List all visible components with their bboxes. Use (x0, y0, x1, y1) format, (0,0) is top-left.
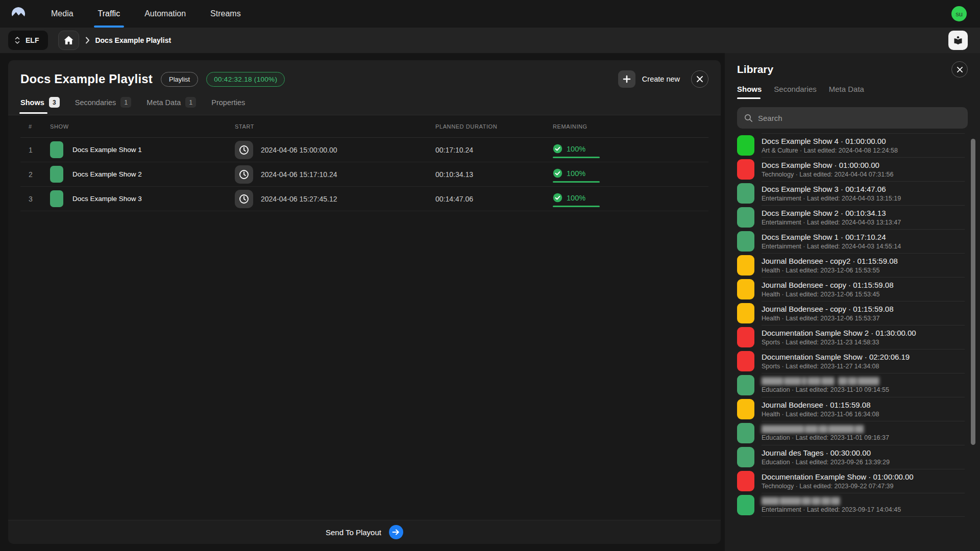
library-item[interactable]: Docs Example Show 3 · 00:14:47.06 Entert… (737, 181, 965, 205)
library-item[interactable]: Documentation Example Show · 01:00:00.00… (737, 469, 965, 493)
playlist-footer: Send To Playout (8, 520, 721, 544)
environment-selector[interactable]: ELF (8, 31, 48, 50)
chevron-right-icon (85, 37, 90, 44)
start-time: 2024-04-06 15:00:00.00 (261, 146, 337, 154)
table-row[interactable]: 1 Docs Example Show 1 2024-04-06 15:00:0… (20, 138, 708, 162)
clock-icon[interactable] (235, 141, 253, 159)
library-item[interactable]: █████ ████ █ ███ ███ · ██ ██ █████ Educa… (737, 373, 965, 397)
home-button[interactable] (58, 31, 79, 50)
start-time: 2024-04-06 15:17:10.24 (261, 170, 337, 179)
library-item[interactable]: ██████████ ███ ██ ██████ ██ Education · … (737, 421, 965, 445)
nav-menu: MediaTrafficAutomationStreams (39, 0, 253, 28)
show-color-swatch (737, 471, 754, 491)
send-to-playout-button[interactable] (389, 525, 403, 539)
row-number: 2 (20, 170, 43, 179)
table-header: #SHOWSTARTPLANNED DURATIONREMAINING (20, 115, 708, 138)
send-to-playout-label: Send To Playout (326, 528, 381, 537)
library-item-meta: Education · Last edited: 2023-11-10 09:1… (762, 386, 889, 393)
tab-shows[interactable]: Shows3 (20, 97, 60, 115)
tab-count-badge: 1 (120, 97, 131, 108)
show-name: Docs Example Show 2 (72, 170, 142, 178)
shows-table: #SHOWSTARTPLANNED DURATIONREMAINING 1 Do… (8, 115, 721, 520)
tab-count-badge: 3 (49, 97, 60, 108)
library-item[interactable]: Journal Bodensee - copy · 01:15:59.08 He… (737, 301, 965, 325)
nav-item-traffic[interactable]: Traffic (86, 0, 133, 28)
library-item-meta: Health · Last edited: 2023-12-06 15:53:3… (762, 315, 894, 322)
planned-duration: 00:17:10.24 (435, 146, 553, 154)
close-playlist-button[interactable] (691, 70, 708, 88)
library-item-title: Docs Example Show 1 · 00:17:10.24 (762, 233, 901, 241)
create-new-button[interactable]: Create new (618, 70, 680, 88)
column-header-remaining: REMAINING (553, 123, 708, 130)
row-number: 1 (20, 146, 43, 154)
close-library-button[interactable] (951, 61, 968, 78)
show-color-swatch (737, 447, 754, 467)
tab-meta-data[interactable]: Meta Data1 (146, 97, 196, 115)
nav-item-streams[interactable]: Streams (198, 0, 253, 28)
nav-item-media[interactable]: Media (39, 0, 86, 28)
search-input[interactable] (758, 114, 961, 122)
library-item[interactable]: Docs Example Show · 01:00:00.00 Technolo… (737, 157, 965, 181)
library-item[interactable]: Journal Bodensee - copy2 · 01:15:59.08 H… (737, 253, 965, 277)
library-tab-meta-data[interactable]: Meta Data (829, 85, 864, 99)
table-row[interactable]: 3 Docs Example Show 3 2024-04-06 15:27:4… (20, 187, 708, 211)
app-logo-icon[interactable] (7, 0, 30, 28)
environment-label: ELF (26, 36, 39, 44)
library-tabs: ShowsSecondariesMeta Data (725, 85, 980, 99)
column-header-show: SHOW (43, 123, 235, 130)
library-tab-secondaries[interactable]: Secondaries (774, 85, 816, 99)
library-item-title: Journal Bodensee - copy2 · 01:15:59.08 (762, 257, 898, 265)
show-color-swatch (737, 255, 754, 276)
library-item-title: Documentation Sample Show · 02:20:06.19 (762, 353, 910, 361)
tab-secondaries[interactable]: Secondaries1 (75, 97, 132, 115)
start-time: 2024-04-06 15:27:45.12 (261, 195, 337, 203)
library-item-title: Journal des Tages · 00:30:00.00 (762, 448, 890, 457)
library-item[interactable]: Journal Bodensee · 01:15:59.08 Health · … (737, 397, 965, 421)
library-item-title: Journal Bodensee - copy · 01:15:59.08 (762, 305, 894, 313)
library-item[interactable]: Journal Bodensee - copy · 01:15:59.08 He… (737, 277, 965, 301)
library-item-title: Documentation Sample Show 2 · 01:30:00.0… (762, 329, 916, 337)
table-row[interactable]: 2 Docs Example Show 2 2024-04-06 15:17:1… (20, 162, 708, 187)
planned-duration: 00:10:34.13 (435, 170, 553, 179)
playlist-tabs: Shows3Secondaries1Meta Data1Properties (20, 97, 708, 115)
column-header-: # (20, 123, 43, 130)
library-item-title: Docs Example Show 3 · 00:14:47.06 (762, 185, 901, 193)
user-avatar[interactable]: su (951, 6, 967, 21)
breadcrumb-current[interactable]: Docs Example Playlist (95, 36, 171, 44)
library-item[interactable]: Docs Example Show 1 · 00:17:10.24 Entert… (737, 229, 965, 253)
library-item-meta: Entertainment · Last edited: 2024-04-03 … (762, 243, 901, 250)
library-item[interactable]: Documentation Sample Show · 02:20:06.19 … (737, 349, 965, 373)
library-item-title: Docs Example Show 2 · 00:10:34.13 (762, 209, 901, 217)
library-item[interactable]: Docs Example Show 4 · 01:00:00.00 Art & … (737, 133, 965, 157)
show-color-swatch (737, 231, 754, 252)
playlist-type-badge: Playlist (161, 72, 198, 87)
library-item[interactable]: Docs Example Show 2 · 00:10:34.13 Entert… (737, 205, 965, 229)
check-icon (553, 144, 562, 154)
library-item-meta: Education · Last edited: 2023-11-01 09:1… (762, 434, 889, 441)
library-book-icon (953, 35, 963, 45)
library-item[interactable]: Journal des Tages · 00:30:00.00 Educatio… (737, 445, 965, 469)
remaining-percent: 100% (567, 169, 585, 178)
library-item-title: Docs Example Show 4 · 01:00:00.00 (762, 137, 898, 145)
playlist-title: Docs Example Playlist (20, 72, 153, 86)
clock-icon[interactable] (235, 165, 253, 184)
library-toggle-button[interactable] (948, 31, 968, 50)
library-item-meta: Technology · Last edited: 2023-09-22 07:… (762, 483, 914, 490)
tab-properties[interactable]: Properties (211, 97, 245, 115)
library-item-meta: Entertainment · Last edited: 2024-04-03 … (762, 195, 901, 202)
library-item-title: Documentation Example Show · 01:00:00.00 (762, 472, 914, 481)
remaining-percent: 100% (567, 194, 585, 202)
library-item-meta: Education · Last edited: 2023-09-26 13:3… (762, 459, 890, 466)
library-item-meta: Technology · Last edited: 2024-04-04 07:… (762, 171, 894, 178)
library-item-meta: Art & Culture · Last edited: 2024-04-08 … (762, 147, 898, 154)
nav-item-automation[interactable]: Automation (132, 0, 198, 28)
library-tab-shows[interactable]: Shows (737, 85, 762, 99)
show-color-swatch (737, 279, 754, 299)
library-item[interactable]: Documentation Sample Show 2 · 01:30:00.0… (737, 325, 965, 349)
library-scrollbar[interactable] (971, 139, 975, 445)
planned-duration: 00:14:47.06 (435, 195, 553, 203)
library-item-meta: Sports · Last edited: 2023-11-23 14:58:3… (762, 339, 916, 346)
library-item-meta: Sports · Last edited: 2023-11-27 14:34:0… (762, 363, 910, 370)
clock-icon[interactable] (235, 190, 253, 208)
library-item[interactable]: ████ █████ ██ ██ ██ ██ Entertainment · L… (737, 493, 965, 517)
